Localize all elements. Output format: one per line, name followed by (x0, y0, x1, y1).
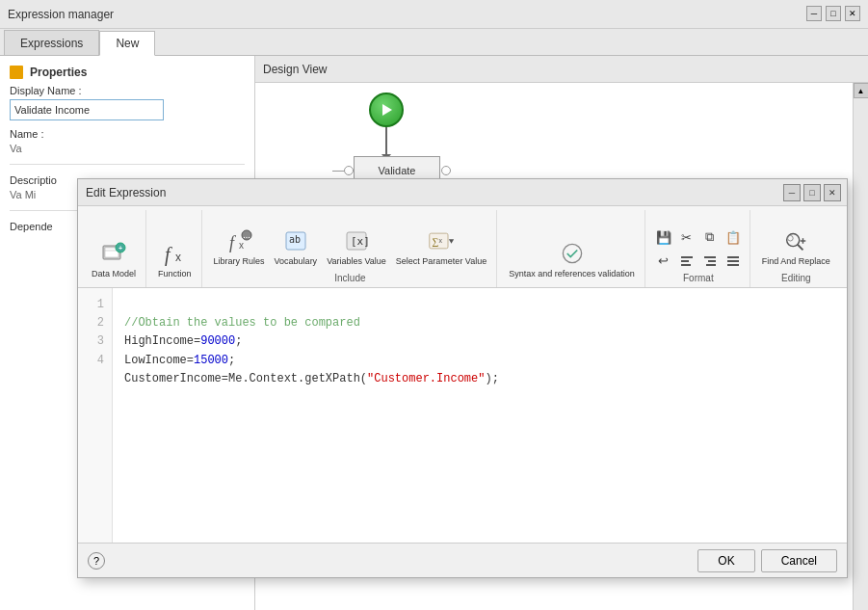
toolbar-group-syntax: Syntax and references validation (499, 210, 645, 287)
svg-text:x: x (438, 237, 442, 244)
svg-text:+: + (118, 245, 122, 252)
display-name-input[interactable] (10, 99, 164, 120)
code-area: 1 2 3 4 //Obtain the values to be compar… (78, 288, 847, 543)
select-parameter-button[interactable]: ∑ x Select Parameter Value (392, 224, 490, 271)
name-label: Name : (10, 128, 245, 140)
function-label: Function (158, 269, 192, 279)
svg-text:f: f (165, 244, 172, 266)
paste-button[interactable]: 📋 (723, 226, 744, 248)
toolbar-group-include: f x … Library Rules (204, 210, 498, 287)
syntax-validation-icon (559, 240, 586, 267)
variables-icon: [x] (343, 227, 370, 254)
undo-button[interactable]: ↩ (653, 250, 674, 271)
svg-text:f: f (229, 233, 237, 252)
tab-bar: Expressions New (0, 29, 868, 56)
svg-rect-29 (727, 264, 739, 266)
format-row-bottom: ↩ (653, 250, 744, 271)
flow-arrow (385, 127, 387, 156)
svg-text:ab: ab (289, 234, 301, 245)
vocabulary-button[interactable]: ab Vocabulary (271, 224, 322, 271)
svg-text:x: x (239, 240, 244, 251)
name-field: Name : Va (10, 128, 245, 154)
select-parameter-label: Select Parameter Value (396, 256, 487, 267)
name-value: Va (10, 143, 245, 154)
connector-left (344, 166, 354, 175)
dialog-toolbar: + Data Model f x Function (78, 206, 847, 288)
include-group-label: Include (334, 273, 365, 283)
maximize-button[interactable]: □ (826, 6, 841, 21)
scrollbar-right[interactable]: ▲ (853, 83, 868, 610)
svg-rect-27 (727, 256, 739, 258)
data-model-icon: + (100, 240, 127, 267)
svg-point-20 (563, 245, 581, 263)
toolbar-group-data-model: + Data Model (82, 210, 146, 287)
save-button[interactable]: 💾 (653, 226, 674, 248)
variables-button[interactable]: [x] Variables Value (323, 224, 390, 271)
dialog-minimize-button[interactable]: ─ (783, 184, 801, 201)
syntax-validation-label: Syntax and references validation (509, 269, 635, 279)
copy-button[interactable]: ⧉ (699, 226, 721, 248)
svg-rect-24 (704, 256, 716, 258)
code-line-3: LowIncome=15000; (124, 354, 235, 367)
svg-point-31 (788, 236, 794, 242)
outer-window: Expression manager ─ □ ✕ Expressions New… (0, 0, 868, 610)
help-button[interactable]: ? (88, 552, 105, 570)
editing-group-label: Editing (781, 273, 811, 283)
ok-button[interactable]: OK (697, 549, 754, 572)
svg-rect-23 (681, 264, 691, 266)
svg-text:x: x (175, 251, 181, 264)
dialog-maximize-button[interactable]: □ (803, 184, 821, 201)
svg-text:∑: ∑ (432, 236, 438, 247)
find-replace-button[interactable]: Find And Replace (758, 224, 834, 271)
library-rules-button[interactable]: f x … Library Rules (210, 224, 269, 271)
svg-rect-26 (706, 264, 716, 266)
format-group-label: Format (683, 273, 714, 283)
justify-button[interactable] (723, 250, 744, 271)
svg-rect-28 (727, 260, 739, 262)
cut-button[interactable]: ✂ (676, 226, 697, 248)
align-right-button[interactable] (699, 250, 721, 271)
format-row-top: 💾 ✂ ⧉ 📋 (653, 226, 744, 248)
svg-marker-19 (449, 239, 454, 243)
dialog-title: Edit Expression (86, 186, 166, 199)
display-name-field: Display Name : (10, 85, 245, 120)
include-row: f x … Library Rules (210, 224, 491, 271)
svg-line-32 (798, 245, 803, 251)
data-model-label: Data Model (92, 269, 136, 279)
line-num-1: 1 (86, 296, 104, 314)
code-content[interactable]: //Obtain the values to be compared HighI… (113, 288, 847, 543)
syntax-validation-button[interactable]: Syntax and references validation (505, 236, 639, 283)
close-button[interactable]: ✕ (845, 6, 860, 21)
svg-rect-21 (681, 256, 693, 258)
code-line-1: //Obtain the values to be compared (124, 316, 360, 330)
help-area: ? (88, 552, 105, 570)
select-parameter-icon: ∑ x (428, 227, 455, 254)
svg-marker-0 (382, 104, 392, 116)
dialog-footer: ? OK Cancel (78, 543, 847, 577)
design-view-header: Design View (255, 56, 868, 83)
toolbar-group-editing: Find And Replace Editing (752, 210, 840, 287)
vocabulary-icon: ab (282, 227, 309, 254)
scroll-up-arrow[interactable]: ▲ (854, 83, 869, 98)
play-icon (379, 102, 394, 118)
align-left-button[interactable] (676, 250, 697, 271)
svg-rect-22 (681, 260, 689, 262)
tab-expressions[interactable]: Expressions (4, 30, 99, 55)
title-bar: Expression manager ─ □ ✕ (0, 0, 868, 29)
find-replace-label: Find And Replace (762, 256, 830, 267)
tab-new[interactable]: New (99, 31, 155, 56)
line-numbers: 1 2 3 4 (78, 288, 113, 543)
variables-label: Variables Value (327, 256, 386, 267)
library-rules-icon: f x … (225, 227, 252, 254)
svg-rect-25 (708, 260, 716, 262)
svg-text:…: … (243, 231, 250, 240)
line-num-2: 2 (86, 314, 104, 332)
function-button[interactable]: f x Function (154, 236, 196, 283)
cancel-button[interactable]: Cancel (761, 549, 837, 572)
dialog-close-button[interactable]: ✕ (824, 184, 841, 201)
dialog-title-controls: ─ □ ✕ (783, 184, 841, 201)
properties-icon (10, 66, 23, 79)
flow-diagram: Validate (332, 93, 440, 185)
minimize-button[interactable]: ─ (806, 6, 822, 21)
data-model-button[interactable]: + Data Model (88, 236, 140, 283)
